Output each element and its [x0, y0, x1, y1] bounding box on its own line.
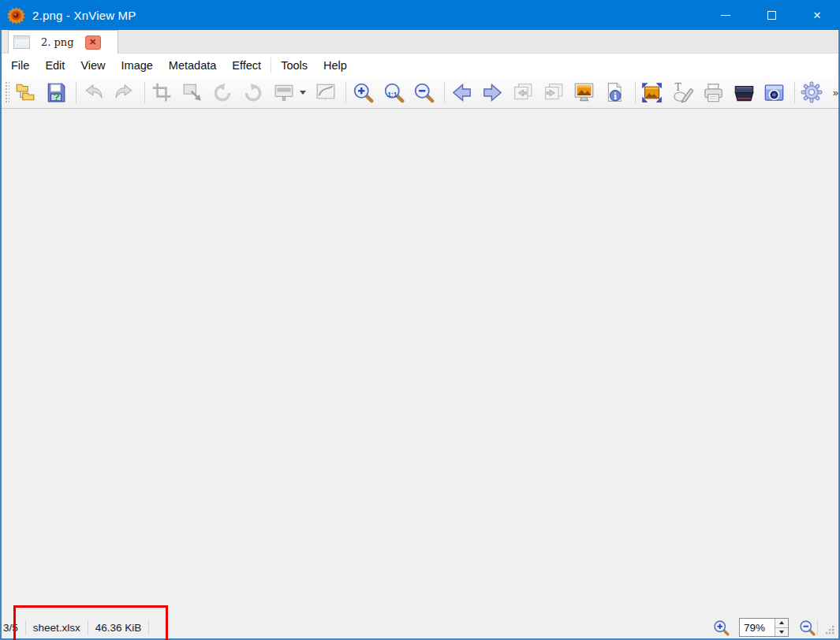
window-title: 2.png - XnView MP: [32, 9, 136, 22]
tab-thumbnail-icon: [13, 35, 30, 49]
adjust-dropdown-icon[interactable]: [300, 91, 306, 95]
save-icon[interactable]: ?: [44, 80, 67, 105]
status-separator: [148, 620, 149, 635]
undo-icon: [82, 80, 105, 105]
maximize-icon: [767, 11, 776, 20]
menu-metadata[interactable]: Metadata: [161, 56, 224, 75]
scan-icon[interactable]: [733, 80, 756, 105]
menu-edit[interactable]: Edit: [37, 56, 73, 75]
status-filename: sheet.xlsx: [26, 622, 88, 634]
toolbar-grip[interactable]: [5, 81, 9, 103]
rotate-left-icon: [211, 80, 234, 105]
title-bar: 2.png - XnView MP ✕: [0, 0, 840, 30]
resize-grip-icon[interactable]: [824, 624, 835, 635]
next-image-icon[interactable]: [481, 80, 504, 105]
toolbar-separator: [444, 82, 445, 103]
slideshow-icon[interactable]: [573, 80, 595, 105]
statusbar-zoom-out-icon[interactable]: [797, 617, 817, 638]
menu-view[interactable]: View: [73, 56, 113, 75]
menu-image[interactable]: Image: [114, 56, 161, 75]
first-page-icon: [512, 80, 535, 105]
zoom-actual-icon[interactable]: 1:1: [383, 80, 405, 105]
svg-text:i: i: [614, 91, 617, 102]
previous-image-icon[interactable]: [450, 80, 473, 105]
capture-icon[interactable]: [763, 80, 786, 105]
svg-text:?: ?: [53, 91, 60, 102]
svg-text:T: T: [674, 82, 681, 93]
resize-icon: [181, 80, 203, 105]
rotate-right-icon: [242, 80, 265, 105]
zoom-in-icon[interactable]: [352, 80, 375, 105]
menu-effect[interactable]: Effect: [224, 56, 269, 75]
menu-bar: File Edit View Image Metadata Effect Too…: [2, 54, 838, 76]
main-toolbar: ?: [2, 76, 838, 109]
tab-bar: 2. png ✕: [2, 30, 838, 54]
zoom-level-spinner: [739, 618, 789, 637]
spinner-up-button[interactable]: [775, 619, 788, 628]
window-controls: ✕: [703, 0, 840, 30]
tab-2png[interactable]: 2. png ✕: [8, 30, 118, 54]
tab-close-button[interactable]: ✕: [85, 35, 101, 50]
print-icon[interactable]: [702, 80, 725, 105]
menu-file[interactable]: File: [3, 56, 37, 75]
image-canvas[interactable]: [2, 110, 838, 616]
window-border-left: [0, 30, 2, 640]
toolbar-overflow-button[interactable]: »: [833, 87, 838, 99]
close-button[interactable]: ✕: [794, 0, 840, 30]
info-icon[interactable]: i: [603, 80, 626, 105]
zoom-actual-label: 1:1: [387, 90, 397, 98]
zoom-out-icon[interactable]: [413, 80, 435, 105]
close-icon: ✕: [813, 10, 822, 20]
toolbar-separator: [635, 82, 636, 103]
settings-icon[interactable]: [801, 80, 823, 105]
curves-icon: [314, 80, 337, 105]
adjust-icon: [273, 80, 296, 105]
toolbar-separator: [144, 82, 145, 103]
app-logo-icon: [7, 6, 26, 24]
zoom-level-input[interactable]: [740, 619, 775, 636]
up-arrow-icon: [779, 621, 784, 624]
draw-icon[interactable]: T: [671, 80, 694, 105]
menu-tools[interactable]: Tools: [273, 56, 315, 75]
statusbar-zoom-in-icon[interactable]: [711, 617, 731, 638]
toolbar-separator: [794, 82, 795, 103]
minimize-button[interactable]: [703, 0, 749, 30]
toolbar-separator: [76, 82, 77, 103]
tab-label: 2. png: [41, 36, 74, 48]
status-bar: 3/5 sheet.xlsx 46.36 KiB: [2, 616, 838, 638]
minimize-icon: [721, 15, 730, 16]
browser-icon[interactable]: [14, 80, 37, 105]
redo-icon: [113, 80, 136, 105]
spinner-down-button[interactable]: [775, 628, 788, 637]
toolbar-separator: [345, 82, 346, 103]
maximize-button[interactable]: [749, 0, 794, 30]
down-arrow-icon: [779, 631, 784, 634]
spinner-buttons: [775, 619, 788, 636]
crop-icon: [151, 80, 174, 105]
fullscreen-icon[interactable]: [640, 80, 663, 105]
menu-help[interactable]: Help: [315, 56, 355, 75]
status-separator: [817, 620, 818, 635]
menu-separator: [271, 58, 271, 73]
status-filesize: 46.36 KiB: [88, 622, 149, 634]
status-position: 3/5: [2, 622, 25, 634]
last-page-icon: [542, 80, 565, 105]
